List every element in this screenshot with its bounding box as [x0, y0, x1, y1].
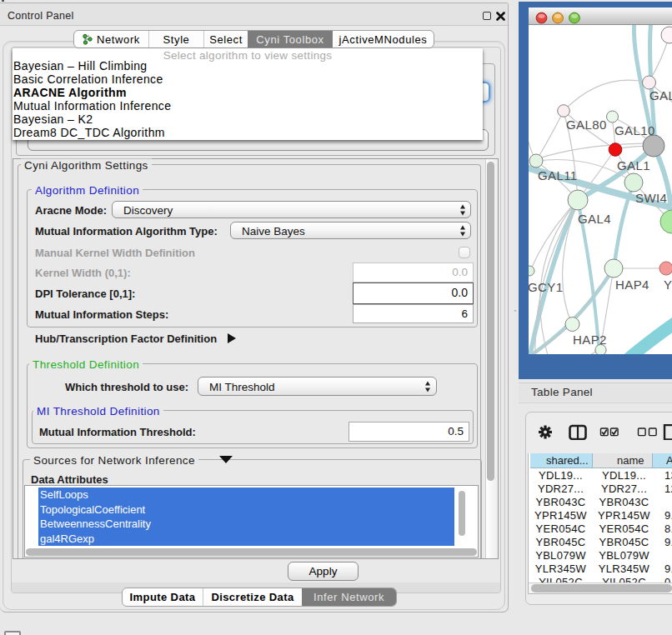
svg-text:SWI4: SWI4 — [635, 191, 667, 205]
svg-text:GAL2: GAL2 — [649, 88, 672, 102]
svg-text:GAL80: GAL80 — [566, 118, 607, 132]
svg-text:GAL11: GAL11 — [538, 168, 578, 182]
svg-text:Y: Y — [664, 278, 672, 292]
svg-text:GAL4: GAL4 — [578, 212, 611, 226]
svg-text:HAP2: HAP2 — [573, 332, 607, 347]
svg-text:GAL10: GAL10 — [614, 123, 655, 138]
svg-text:GCY1: GCY1 — [529, 280, 563, 294]
svg-text:HAP4: HAP4 — [615, 278, 649, 292]
svg-text:GAL1: GAL1 — [617, 158, 650, 172]
